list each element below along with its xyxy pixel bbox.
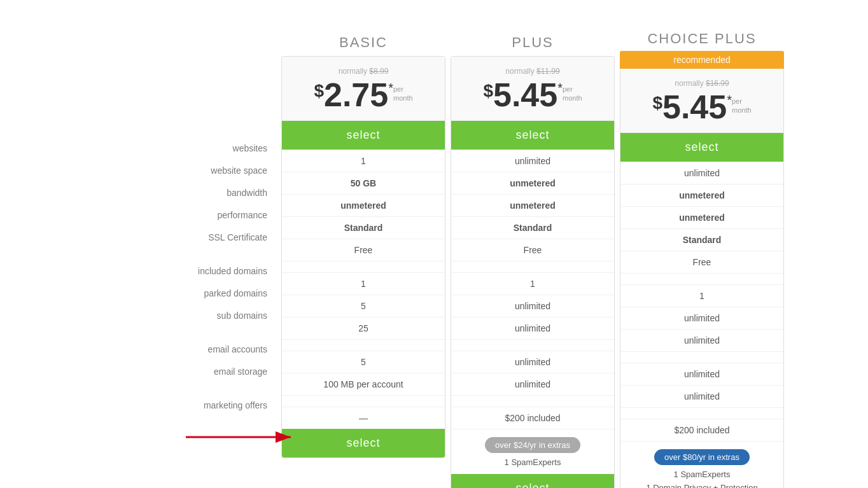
plus-asterisk: *: [557, 81, 563, 95]
basic-amount: 2.75: [324, 78, 388, 111]
basic-original-price: $8.99: [369, 67, 388, 76]
plus-extras: over $24/yr in extras 1 SpamExperts: [451, 429, 614, 474]
label-email-accounts: email accounts: [84, 338, 275, 360]
choice-plus-box: normally $16.99 $ 5.45 * permonth select…: [620, 69, 784, 488]
plus-marketing: $200 included: [451, 407, 614, 429]
choice-plus-select-top[interactable]: select: [620, 133, 783, 162]
choice-plus-extras-badge: over $80/yr in extras: [654, 449, 750, 465]
basic-select-top[interactable]: select: [282, 121, 445, 150]
label-performance: performance: [84, 204, 275, 226]
basic-email-storage: 100 MB per account: [282, 373, 445, 395]
basic-bandwidth: unmetered: [282, 194, 445, 216]
plus-website-space: unmetered: [451, 172, 614, 194]
label-ssl: SSL Certificate: [84, 226, 275, 248]
basic-title-area: BASIC: [281, 13, 445, 51]
basic-box: normally $8.99 $ 2.75 * permonth select …: [281, 56, 445, 458]
choice-plus-website-space: unmetered: [620, 184, 783, 206]
label-sub-domains: sub domains: [84, 304, 275, 326]
basic-sub-domains: 25: [282, 317, 445, 339]
choice-plus-sub-domains: unlimited: [620, 329, 783, 351]
basic-parked-domains: 5: [282, 295, 445, 317]
basic-header: normally $8.99 $ 2.75 * permonth: [282, 57, 445, 121]
recommended-badge: recommended: [620, 51, 784, 69]
choice-plus-dollar: $: [652, 93, 662, 113]
plus-email-storage: unlimited: [451, 373, 614, 395]
plus-normally: normally $11.99: [458, 67, 608, 76]
feature-group-domains: included domains parked domains sub doma…: [84, 260, 275, 326]
choice-plus-per: permonth: [732, 97, 752, 115]
plus-dollar: $: [483, 81, 493, 101]
plan-choice-plus: CHOICE PLUS recommended normally $16.99 …: [620, 13, 784, 488]
plus-parked-domains: unlimited: [451, 295, 614, 317]
plus-per: permonth: [563, 85, 582, 103]
choice-plus-title-area: CHOICE PLUS: [620, 13, 784, 51]
choice-plus-normally: normally $16.99: [627, 79, 777, 88]
choice-plus-asterisk: *: [727, 93, 732, 108]
label-website-space: website space: [84, 159, 275, 181]
label-included-domains: included domains: [84, 260, 275, 282]
basic-website-space: 50 GB: [282, 172, 445, 194]
basic-performance: Standard: [282, 216, 445, 239]
choice-plus-features: unlimited unmetered unmetered Standard F…: [620, 162, 783, 441]
choice-plus-price-main: $ 5.45 * permonth: [627, 90, 777, 123]
feature-group-hosting: websites website space bandwidth perform…: [84, 137, 275, 248]
basic-features: 1 50 GB unmetered Standard Free 1 5 25 5…: [282, 150, 445, 429]
label-bandwidth: bandwidth: [84, 181, 275, 204]
pricing-wrapper: websites website space bandwidth perform…: [84, 13, 784, 488]
basic-title: BASIC: [339, 34, 388, 51]
feature-group-email: email accounts email storage: [84, 338, 275, 382]
plus-original-price: $11.99: [536, 67, 560, 76]
plus-bandwidth: unmetered: [451, 194, 614, 216]
plus-email-accounts: unlimited: [451, 351, 614, 373]
choice-plus-bandwidth: unmetered: [620, 206, 783, 228]
plus-performance: Standard: [451, 216, 614, 239]
choice-plus-header: normally $16.99 $ 5.45 * permonth: [620, 69, 783, 133]
basic-select-bottom[interactable]: select: [282, 429, 445, 457]
choice-plus-parked-domains: unlimited: [620, 307, 783, 329]
plus-title-area: PLUS: [451, 13, 615, 51]
choice-plus-amount: 5.45: [662, 90, 727, 123]
plan-plus: PLUS normally $11.99 $ 5.45 * permonth: [451, 13, 615, 488]
plus-amount: 5.45: [493, 78, 557, 111]
plus-ssl: Free: [451, 239, 614, 261]
basic-asterisk: *: [388, 81, 393, 95]
plus-included-domains: 1: [451, 272, 614, 295]
plus-extras-item1: 1 SpamExperts: [458, 456, 608, 469]
feature-group-marketing: marketing offers: [84, 394, 275, 416]
plus-select-top[interactable]: select: [451, 121, 614, 150]
basic-ssl: Free: [282, 239, 445, 261]
choice-plus-extras: over $80/yr in extras 1 SpamExperts 1 Do…: [620, 441, 783, 488]
choice-plus-websites: unlimited: [620, 162, 783, 184]
plus-header: normally $11.99 $ 5.45 * permonth: [451, 57, 614, 121]
basic-price-main: $ 2.75 * permonth: [288, 78, 438, 111]
basic-included-domains: 1: [282, 272, 445, 295]
choice-plus-ssl: Free: [620, 251, 783, 273]
choice-plus-marketing: $200 included: [620, 419, 783, 441]
plus-price-main: $ 5.45 * permonth: [458, 78, 608, 111]
choice-plus-included-domains: 1: [620, 284, 783, 307]
basic-per: permonth: [393, 85, 413, 103]
basic-websites: 1: [282, 150, 445, 172]
basic-email-accounts: 5: [282, 351, 445, 373]
choice-plus-email-accounts: unlimited: [620, 363, 783, 385]
label-marketing-offers: marketing offers: [84, 394, 275, 416]
choice-plus-title: CHOICE PLUS: [647, 31, 756, 47]
choice-plus-performance: Standard: [620, 228, 783, 251]
plus-features: unlimited unmetered unmetered Standard F…: [451, 150, 614, 429]
plus-extras-badge: over $24/yr in extras: [485, 437, 580, 453]
choice-plus-original-price: $16.99: [706, 79, 729, 88]
choice-plus-extras-item2: 1 Domain Privacy + Protection: [627, 481, 777, 488]
arrow-indicator: [179, 421, 300, 453]
basic-marketing: —: [282, 407, 445, 429]
plus-box: normally $11.99 $ 5.45 * permonth select…: [451, 56, 615, 488]
plus-select-bottom[interactable]: select: [451, 474, 614, 488]
basic-dollar: $: [314, 81, 324, 101]
plus-sub-domains: unlimited: [451, 317, 614, 339]
label-email-storage: email storage: [84, 360, 275, 382]
choice-plus-email-storage: unlimited: [620, 385, 783, 407]
plus-websites: unlimited: [451, 150, 614, 172]
basic-normally: normally $8.99: [288, 67, 438, 76]
label-parked-domains: parked domains: [84, 282, 275, 304]
feature-labels: websites website space bandwidth perform…: [84, 13, 281, 416]
choice-plus-extras-item1: 1 SpamExperts: [627, 468, 777, 481]
